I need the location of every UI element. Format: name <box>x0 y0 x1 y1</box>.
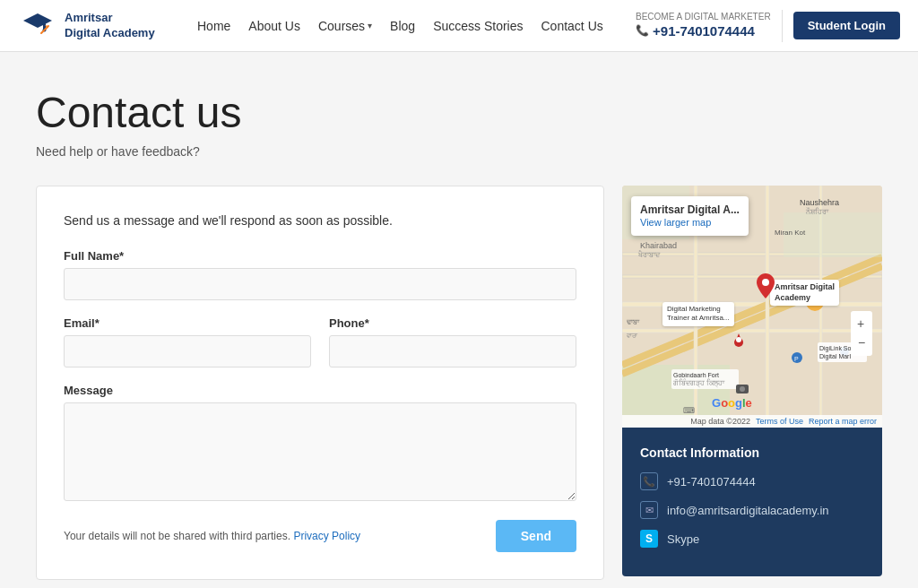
phone-icon: 📞 <box>636 24 649 39</box>
google-logo: Google <box>712 394 757 413</box>
svg-text:Digital Marl: Digital Marl <box>819 353 851 360</box>
svg-text:DigiLink So: DigiLink So <box>819 345 852 352</box>
email-input[interactable] <box>64 335 311 368</box>
svg-text:ਵਾਰਾ: ਵਾਰਾ <box>626 333 638 339</box>
svg-text:Naushehra: Naushehra <box>800 198 839 207</box>
contact-email-item: ✉ info@amritsardigitalacademy.in <box>640 501 864 519</box>
nav-blog[interactable]: Blog <box>390 19 415 33</box>
message-label: Message <box>64 384 576 397</box>
report-map-error-link[interactable]: Report a map error <box>809 417 877 426</box>
contact-info-panel: Contact Information 📞 +91-7401074444 ✉ i… <box>622 428 882 576</box>
chevron-down-icon: ▾ <box>368 21 372 30</box>
keyboard-icon: ⌨ <box>683 406 695 415</box>
email-phone-row: Email* Phone* <box>64 316 576 368</box>
full-name-input[interactable] <box>64 268 576 300</box>
header-right: BECOME A DIGITAL MARKETER 📞 +91-74010744… <box>636 10 900 42</box>
svg-text:ਨੌਸ਼ਹਿਰਾ: ਨੌਸ਼ਹਿਰਾ <box>805 207 829 216</box>
svg-text:+: + <box>857 316 864 331</box>
svg-text:Gobindaarh Fort: Gobindaarh Fort <box>673 372 719 378</box>
full-name-label: Full Name* <box>64 249 576 263</box>
form-intro: Send us a message and we'll respond as s… <box>64 213 576 228</box>
svg-rect-7 <box>622 302 882 307</box>
map-background: Khairabad ਖੈਰਾਬਾਦ Naushehra ਨੌਸ਼ਹਿਰਾ ਢਾਬ… <box>622 186 882 428</box>
page-content: Contact us Need help or have feedback? S… <box>0 52 918 588</box>
page-title: Contact us <box>36 88 882 137</box>
logo-line2: Digital Academy <box>65 26 155 41</box>
svg-text:Miran Kot: Miran Kot <box>775 229 806 237</box>
nav-success[interactable]: Success Stories <box>433 19 523 33</box>
phone-number-text: +91-7401074444 <box>653 22 755 40</box>
nav: Home About Us Courses ▾ Blog Success Sto… <box>197 19 614 33</box>
contact-email-text: info@amritsardigitalacademy.in <box>667 504 829 517</box>
svg-rect-12 <box>766 186 769 428</box>
svg-text:ਢਾਬਾ: ਢਾਬਾ <box>626 318 640 326</box>
svg-rect-8 <box>622 329 882 333</box>
message-group: Message <box>64 384 576 504</box>
email-info-icon: ✉ <box>640 501 658 519</box>
contact-layout: Send us a message and we'll respond as s… <box>36 186 882 580</box>
contact-skype-item: S Skype <box>640 530 864 548</box>
form-card: Send us a message and we'll respond as s… <box>36 186 604 580</box>
phone-number: 📞 +91-7401074444 <box>636 22 771 40</box>
phone-group: Phone* <box>329 316 576 368</box>
map-main-pin <box>757 273 775 301</box>
svg-text:Google: Google <box>712 396 752 410</box>
map-bottom-bar: Map data ©2022 Terms of Use Report a map… <box>622 415 882 428</box>
view-larger-map-link[interactable]: View larger map <box>640 217 711 228</box>
privacy-policy-link[interactable]: Privacy Policy <box>293 530 360 542</box>
contact-phone-text: +91-7401074444 <box>667 475 756 489</box>
svg-text:ਖੈਰਾਬਾਦ: ਖੈਰਾਬਾਦ <box>637 250 661 259</box>
map-popup: Amritsar Digital A... View larger map <box>631 196 749 236</box>
svg-point-42 <box>762 279 769 286</box>
student-login-button[interactable]: Student Login <box>793 12 900 39</box>
logo-line1: Amritsar <box>65 11 155 26</box>
nav-about[interactable]: About Us <box>248 19 300 33</box>
message-textarea[interactable] <box>64 402 576 501</box>
phone-label: BECOME A DIGITAL MARKETER <box>636 11 771 22</box>
svg-text:−: − <box>858 335 865 350</box>
form-footer: Your details will not be shared with thi… <box>64 520 576 552</box>
logo-icon <box>18 6 57 46</box>
contact-info-title: Contact Information <box>640 445 864 460</box>
svg-text:ਗੋਬਿੰਦਗੜ੍ਹ ਕਿਲ੍ਹਾ: ਗੋਬਿੰਦਗੜ੍ਹ ਕਿਲ੍ਹਾ <box>672 378 725 388</box>
privacy-text: Your details will not be shared with thi… <box>64 530 360 542</box>
contact-phone-item: 📞 +91-7401074444 <box>640 472 864 490</box>
skype-icon: S <box>640 530 658 548</box>
divider <box>782 10 783 42</box>
page-subtitle: Need help or have feedback? <box>36 144 882 159</box>
phone-info-icon: 📞 <box>640 472 658 490</box>
header: Amritsar Digital Academy Home About Us C… <box>0 0 918 52</box>
svg-text:P: P <box>794 356 799 362</box>
map-academy-label: Amritsar DigitalAcademy <box>770 280 839 306</box>
send-button[interactable]: Send <box>496 520 576 552</box>
privacy-text-content: Your details will not be shared with thi… <box>64 530 290 542</box>
phone-field-label: Phone* <box>329 316 576 330</box>
phone-input[interactable] <box>329 335 576 368</box>
nav-contact[interactable]: Contact Us <box>541 19 603 33</box>
phone-area: BECOME A DIGITAL MARKETER 📞 +91-74010744… <box>636 11 771 40</box>
logo: Amritsar Digital Academy <box>18 6 161 46</box>
map-trainer-label: Digital MarketingTrainer at Amritsa... <box>663 302 734 326</box>
svg-point-27 <box>736 337 741 342</box>
terms-of-use-link[interactable]: Terms of Use <box>756 417 803 426</box>
map-container[interactable]: Khairabad ਖੈਰਾਬਾਦ Naushehra ਨੌਸ਼ਹਿਰਾ ਢਾਬ… <box>622 186 882 428</box>
nav-courses-label: Courses <box>318 19 365 33</box>
email-group: Email* <box>64 316 311 368</box>
email-label: Email* <box>64 316 311 330</box>
map-popup-title: Amritsar Digital A... <box>640 203 740 216</box>
contact-skype-text: Skype <box>667 532 699 546</box>
right-panel: Khairabad ਖੈਰਾਬਾਦ Naushehra ਨੌਸ਼ਹਿਰਾ ਢਾਬ… <box>622 186 882 576</box>
svg-text:Khairabad: Khairabad <box>640 241 677 250</box>
map-data-text: Map data ©2022 <box>690 417 750 426</box>
full-name-group: Full Name* <box>64 249 576 300</box>
nav-home[interactable]: Home <box>197 19 230 33</box>
svg-point-38 <box>740 386 745 392</box>
nav-courses[interactable]: Courses ▾ <box>318 19 372 33</box>
